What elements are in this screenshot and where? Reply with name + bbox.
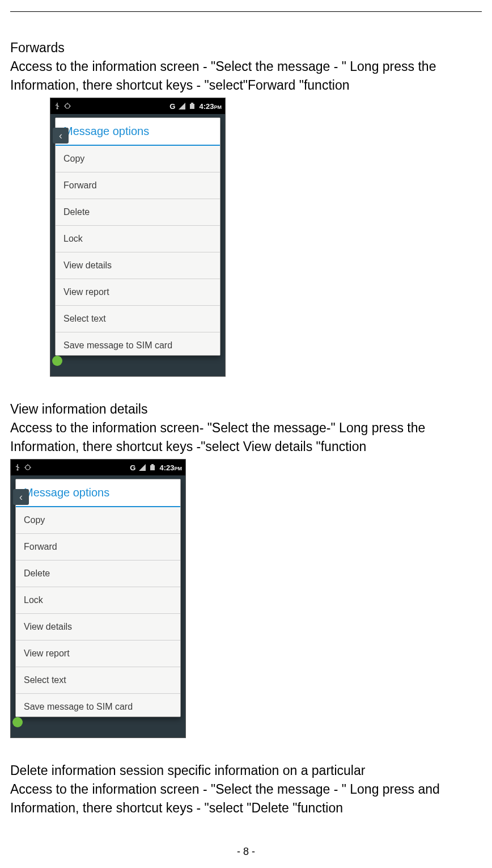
option-view-report[interactable]: View report bbox=[56, 279, 220, 306]
option-save-to-sim[interactable]: Save message to SIM card bbox=[56, 332, 220, 355]
message-options-dialog: Message options Copy Forward Delete Lock… bbox=[55, 117, 220, 356]
delete-line-2: Information, there shortcut keys - "sele… bbox=[10, 799, 482, 817]
delete-line-1: Access to the information screen - "Sele… bbox=[10, 781, 482, 798]
page-number: - 8 - bbox=[0, 846, 492, 858]
svg-rect-1 bbox=[190, 104, 194, 109]
dialog-title: Message options bbox=[56, 118, 220, 146]
option-view-report[interactable]: View report bbox=[16, 641, 180, 667]
option-delete[interactable]: Delete bbox=[16, 561, 180, 587]
svg-point-3 bbox=[26, 465, 30, 470]
signal-icon bbox=[139, 464, 146, 471]
clock-time: 4:23PM bbox=[159, 464, 182, 472]
forwards-line-2: Information, there shortcut keys - "sele… bbox=[10, 77, 482, 94]
battery-icon bbox=[149, 464, 156, 471]
view-details-line-2: Information, there shortcut keys -"selec… bbox=[10, 438, 482, 456]
option-view-details[interactable]: View details bbox=[16, 614, 180, 641]
option-forward[interactable]: Forward bbox=[16, 534, 180, 561]
usb-icon bbox=[14, 464, 21, 471]
message-options-dialog: Message options Copy Forward Delete Lock… bbox=[15, 479, 181, 717]
phone-status-bar: G 4:23PM bbox=[11, 460, 185, 475]
battery-icon bbox=[189, 103, 196, 109]
option-copy[interactable]: Copy bbox=[56, 146, 220, 172]
forwards-line-1: Access to the information screen - "Sele… bbox=[10, 58, 482, 75]
document-page: Forwards Access to the information scree… bbox=[0, 0, 492, 817]
network-type-label: G bbox=[169, 102, 175, 111]
screenshot-message-options-1: G 4:23PM ‹ Message options Copy Forward … bbox=[50, 98, 226, 377]
section-title-delete: Delete information session specific info… bbox=[10, 762, 482, 779]
back-chevron-icon: ‹ bbox=[13, 489, 29, 505]
option-forward[interactable]: Forward bbox=[56, 172, 220, 199]
signal-icon bbox=[179, 103, 185, 109]
clock-time: 4:23PM bbox=[199, 102, 222, 111]
debug-icon bbox=[64, 103, 71, 109]
svg-rect-5 bbox=[151, 464, 154, 465]
back-chevron-icon: ‹ bbox=[53, 128, 69, 144]
option-lock[interactable]: Lock bbox=[56, 226, 220, 252]
option-view-details[interactable]: View details bbox=[56, 252, 220, 279]
svg-rect-4 bbox=[150, 465, 155, 470]
phone-status-bar: G 4:23PM bbox=[50, 98, 225, 114]
avatar-peek-icon bbox=[52, 356, 62, 366]
option-lock[interactable]: Lock bbox=[16, 587, 180, 614]
option-select-text[interactable]: Select text bbox=[56, 306, 220, 332]
usb-icon bbox=[54, 103, 61, 109]
option-copy[interactable]: Copy bbox=[16, 507, 180, 534]
dialog-title: Message options bbox=[16, 479, 180, 507]
network-type-label: G bbox=[130, 464, 135, 472]
avatar-peek-icon bbox=[12, 717, 23, 727]
option-select-text[interactable]: Select text bbox=[16, 667, 180, 694]
svg-point-0 bbox=[65, 104, 70, 108]
page-top-rule bbox=[10, 11, 482, 12]
view-details-line-1: Access to the information screen- "Selec… bbox=[10, 419, 482, 437]
screenshot-message-options-2: G 4:23PM ‹ Message options Copy Forward … bbox=[10, 459, 186, 738]
section-title-view-details: View information details bbox=[10, 401, 482, 418]
option-delete[interactable]: Delete bbox=[56, 199, 220, 226]
debug-icon bbox=[24, 464, 31, 471]
svg-rect-2 bbox=[191, 103, 193, 104]
option-save-to-sim[interactable]: Save message to SIM card bbox=[16, 694, 180, 717]
section-title-forwards: Forwards bbox=[10, 39, 482, 57]
